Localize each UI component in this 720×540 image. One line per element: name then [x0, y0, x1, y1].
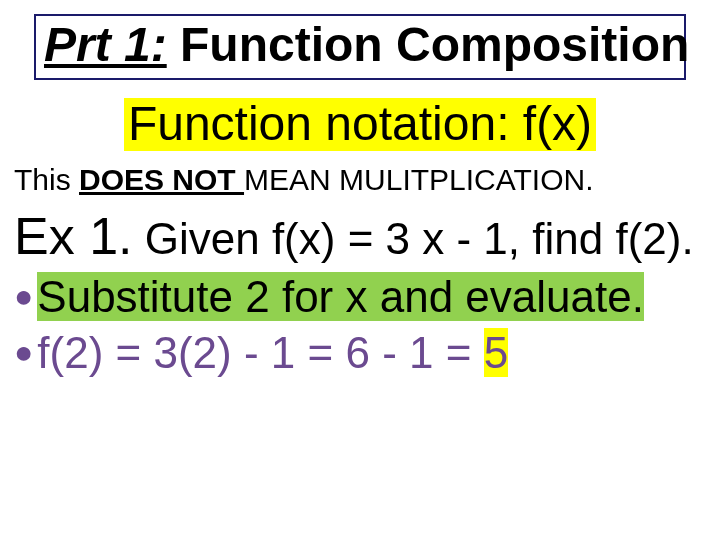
bullet-icon: ● — [14, 277, 33, 316]
bullet-icon: ● — [14, 333, 33, 372]
title-box: Prt 1: Function Composition — [34, 14, 686, 80]
note-line: This DOES NOT MEAN MULITPLICATION. — [14, 163, 706, 196]
bullet-2-pre: f(2) = 3(2) - 1 = 6 - 1 = — [37, 328, 483, 377]
title-prefix: Prt 1: — [44, 18, 167, 71]
body-content: Ex 1. Given f(x) = 3 x - 1, find f(2). ●… — [14, 205, 706, 380]
bullet-2-answer: 5 — [484, 328, 508, 377]
note-emph: DOES NOT — [79, 163, 244, 196]
note-pre: This — [14, 163, 79, 196]
example-line: Ex 1. Given f(x) = 3 x - 1, find f(2). — [14, 205, 706, 268]
bullet-row-1: ●Substitute 2 for x and evaluate. — [14, 270, 706, 324]
subtitle: Function notation: f(x) — [124, 98, 596, 151]
note-post: MEAN MULITPLICATION. — [244, 163, 593, 196]
slide: Prt 1: Function Composition Function not… — [0, 0, 720, 540]
example-label: Ex 1. — [14, 207, 133, 265]
example-text: Given f(x) = 3 x - 1, find f(2). — [133, 214, 694, 263]
bullet-row-2: ●f(2) = 3(2) - 1 = 6 - 1 = 5 — [14, 326, 706, 380]
bullet-1-text: Substitute 2 for x and evaluate. — [37, 272, 644, 321]
title-rest: Function Composition — [167, 18, 690, 71]
subtitle-wrap: Function notation: f(x) — [0, 98, 720, 151]
